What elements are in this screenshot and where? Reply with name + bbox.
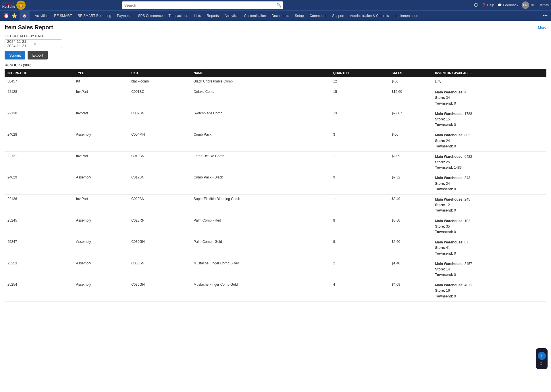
cell-sku: C030GN bbox=[128, 237, 191, 259]
table-header-row: INTERNAL ID TYPE SKU NAME QUANTITY SALES… bbox=[5, 69, 546, 77]
table-row[interactable]: 22128 InvtPart C001BC Deluxe Comb 15 $15… bbox=[5, 87, 546, 109]
star-icon[interactable]: ⭐ bbox=[11, 13, 17, 18]
cell-name: Large Deluxe Comb bbox=[191, 151, 330, 173]
netsuite-text: NetSuite bbox=[2, 5, 15, 8]
feedback-link[interactable]: 💬 Feedback bbox=[498, 3, 518, 7]
nav-item-customization[interactable]: Customization bbox=[241, 11, 269, 21]
cell-type: Assembly bbox=[73, 173, 128, 195]
help-icon: ❓ bbox=[482, 3, 486, 7]
nav-item-setup[interactable]: Setup bbox=[292, 11, 307, 21]
col-inventory: INVENTORY AVAILABLE bbox=[432, 69, 546, 77]
home-nav-item[interactable]: 🏠 bbox=[20, 11, 30, 21]
data-table: INTERNAL ID TYPE SKU NAME QUANTITY SALES… bbox=[5, 69, 546, 302]
nav-item-documents[interactable]: Documents bbox=[269, 11, 292, 21]
button-row: Submit Export bbox=[5, 51, 546, 59]
search-button[interactable]: 🔍 bbox=[276, 3, 281, 7]
nav-item-lists[interactable]: Lists bbox=[191, 11, 204, 21]
cell-name: Mustache Finger Comb Gold bbox=[191, 280, 330, 302]
table-row[interactable]: 22136 InvtPart C020BN Super Flexible Ble… bbox=[5, 195, 546, 216]
nav-item-rf-smart-reporting[interactable]: RF-SMART Reporting bbox=[75, 11, 114, 21]
cell-quantity: 12 bbox=[330, 77, 389, 87]
cell-inventory: Main Warehouse: 343Store: 24Townsend: 0 bbox=[432, 173, 546, 195]
top-bar: ORACLE NetSuite 🦁 🔍 ⏱ ❓ Help 💬 Feedback … bbox=[0, 0, 551, 10]
table-row[interactable]: 25247 Assembly C030GN Palm Comb - Gold 9… bbox=[5, 237, 546, 259]
cell-inventory: Main Warehouse: 6422Store: 25Townsend: 1… bbox=[432, 151, 546, 173]
cell-sales: $3.49 bbox=[389, 195, 432, 216]
cell-quantity: 9 bbox=[330, 237, 389, 259]
col-sales: SALES bbox=[389, 69, 432, 77]
cell-quantity: 2 bbox=[330, 259, 389, 280]
date-range-value: 2024-11-21 — 2024-11-21 bbox=[7, 39, 33, 48]
col-name: NAME bbox=[191, 69, 330, 77]
help-link[interactable]: ❓ Help bbox=[482, 3, 494, 7]
table-row[interactable]: 22130 InvtPart C002BN Switchblade Comb 1… bbox=[5, 109, 546, 130]
cell-quantity: 1 bbox=[330, 151, 389, 173]
cell-internal-id: 22128 bbox=[5, 87, 73, 109]
cell-quantity: 15 bbox=[330, 87, 389, 109]
cell-type: Assembly bbox=[73, 237, 128, 259]
feedback-icon: 💬 bbox=[498, 3, 502, 7]
nav-item-commerce[interactable]: Commerce bbox=[307, 11, 330, 21]
table-row[interactable]: 24629 Assembly C017BN Comb Pack - Black … bbox=[5, 173, 546, 195]
cell-sales: $.00 bbox=[389, 77, 432, 87]
table-row[interactable]: 30457 Kit black-comb Black Unbreakable C… bbox=[5, 77, 546, 87]
search-input[interactable] bbox=[122, 1, 283, 9]
cell-name: Palm Comb - Gold bbox=[191, 237, 330, 259]
cell-inventory: Main Warehouse: 4011Store: 16Townsend: 0 bbox=[432, 280, 546, 302]
history-icon[interactable]: ⏱ bbox=[474, 3, 478, 8]
date-range-input[interactable]: 2024-11-21 — 2024-11-21 ✕ bbox=[5, 39, 62, 48]
nav-item-support[interactable]: Support bbox=[329, 11, 347, 21]
nav-item-admin[interactable]: Administration & Controls bbox=[347, 11, 392, 21]
cell-inventory: Main Warehouse: 87Store: 41Townsend: 0 bbox=[432, 237, 546, 259]
nav-item-sps-commerce[interactable]: SPS Commerce bbox=[135, 11, 165, 21]
cell-internal-id: 24629 bbox=[5, 173, 73, 195]
table-header: INTERNAL ID TYPE SKU NAME QUANTITY SALES… bbox=[5, 69, 546, 77]
page-header: Item Sales Report More bbox=[5, 24, 546, 31]
nav-more-button[interactable]: ••• bbox=[540, 13, 550, 18]
cell-type: InvtPart bbox=[73, 195, 128, 216]
nav-item-rf-smart[interactable]: RF-SMART bbox=[51, 11, 75, 21]
cell-internal-id: 24628 bbox=[5, 130, 73, 152]
table-body: 30457 Kit black-comb Black Unbreakable C… bbox=[5, 77, 546, 301]
cell-inventory: Main Warehouse: 4Store: 34Townsend: 0 bbox=[432, 87, 546, 109]
cell-quantity: 13 bbox=[330, 109, 389, 130]
cell-quantity: 9 bbox=[330, 173, 389, 195]
nav-item-implementation[interactable]: Implementation bbox=[392, 11, 421, 21]
cell-name: Palm Comb - Red bbox=[191, 216, 330, 237]
cell-sales: $5.60 bbox=[389, 216, 432, 237]
nav-item-payments[interactable]: Payments bbox=[114, 11, 135, 21]
nav-item-analytics[interactable]: Analytics bbox=[221, 11, 241, 21]
cell-internal-id: 25253 bbox=[5, 259, 73, 280]
user-section[interactable]: BR Bill + Ramos bbox=[522, 1, 549, 9]
table-row[interactable]: 25254 Assembly C036GN Mustache Finger Co… bbox=[5, 280, 546, 302]
cell-sales: $7.32 bbox=[389, 173, 432, 195]
cell-inventory: Main Warehouse: 1788Store: 15Townsend: 0 bbox=[432, 109, 546, 130]
nav-item-transactions[interactable]: Transactions bbox=[165, 11, 191, 21]
submit-button[interactable]: Submit bbox=[5, 51, 25, 59]
cell-name: Deluxe Comb bbox=[191, 87, 330, 109]
avatar: BR bbox=[522, 1, 529, 9]
cell-internal-id: 25245 bbox=[5, 216, 73, 237]
clear-date-button[interactable]: ✕ bbox=[33, 41, 59, 46]
export-button[interactable]: Export bbox=[28, 51, 48, 59]
filter-section: FILTER SALES BY DATE 2024-11-21 — 2024-1… bbox=[5, 34, 546, 59]
table-row[interactable]: 25253 Assembly C035SN Mustache Finger Co… bbox=[5, 259, 546, 280]
cell-sales: $15.60 bbox=[389, 87, 432, 109]
cell-sku: C035SN bbox=[128, 259, 191, 280]
filter-label: FILTER SALES BY DATE bbox=[5, 34, 546, 38]
nav-item-activities[interactable]: Activities bbox=[32, 11, 51, 21]
clock-icon[interactable]: ⏰ bbox=[3, 13, 9, 18]
cell-name: Mustache Finger Comb Silver bbox=[191, 259, 330, 280]
more-link[interactable]: More bbox=[538, 25, 546, 30]
col-type: TYPE bbox=[73, 69, 128, 77]
logo: ORACLE NetSuite 🦁 bbox=[2, 1, 26, 10]
cell-inventory: Main Warehouse: 802Store: 24Townsend: 0 bbox=[432, 130, 546, 152]
table-row[interactable]: 22131 InvtPart C010BN Large Deluxe Comb … bbox=[5, 151, 546, 173]
cell-internal-id: 25254 bbox=[5, 280, 73, 302]
cell-type: Assembly bbox=[73, 130, 128, 152]
table-row[interactable]: 25245 Assembly C028RN Palm Comb - Red 8 … bbox=[5, 216, 546, 237]
nav-items-container: ActivitiesRF-SMARTRF-SMART ReportingPaym… bbox=[32, 11, 540, 21]
cell-type: InvtPart bbox=[73, 109, 128, 130]
nav-item-reports[interactable]: Reports bbox=[204, 11, 221, 21]
table-row[interactable]: 24628 Assembly C004MN Comb Pack 3 $.00 M… bbox=[5, 130, 546, 152]
